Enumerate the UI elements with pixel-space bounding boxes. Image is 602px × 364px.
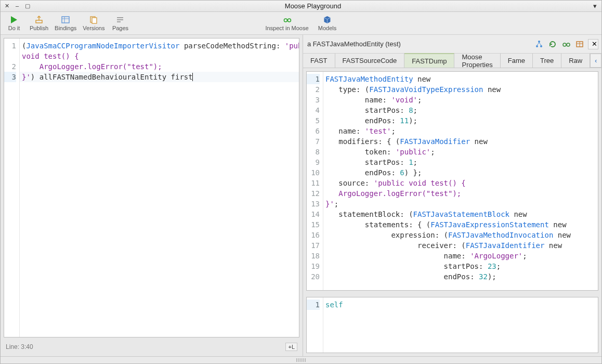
- doit-label: Do it: [8, 25, 20, 31]
- tab-fast[interactable]: FAST: [303, 54, 335, 68]
- glasses-icon: [282, 15, 292, 24]
- close-inspector-button[interactable]: ✕: [588, 39, 598, 49]
- toolbar: Do it Publish Bindings Versions Pages: [1, 12, 601, 35]
- line-gutter: 1: [307, 297, 323, 353]
- pages-label: Pages: [112, 25, 128, 31]
- svg-point-13: [536, 45, 538, 47]
- code-area[interactable]: (JavaSmaCCProgramNodeImporterVisitor par…: [20, 38, 299, 337]
- evaluator-editor[interactable]: 1 self: [306, 297, 598, 353]
- bindings-label: Bindings: [55, 25, 76, 31]
- svg-line-16: [539, 43, 541, 45]
- line-gutter: 123: [4, 38, 20, 337]
- inspect-button[interactable]: Inspect in Moose: [265, 15, 308, 31]
- playground-editor[interactable]: 123 (JavaSmaCCProgramNodeImporterVisitor…: [4, 38, 299, 337]
- fastdump-editor[interactable]: 1234567891011121314151617181920 FASTJava…: [306, 71, 598, 291]
- tab-tree[interactable]: Tree: [533, 54, 561, 68]
- pages-button[interactable]: Pages: [111, 15, 129, 31]
- svg-point-10: [287, 19, 291, 22]
- bindings-button[interactable]: Bindings: [55, 15, 76, 31]
- versions-label: Versions: [83, 25, 104, 31]
- play-icon: [9, 15, 19, 24]
- inspector-pane: a FASTJavaMethodEntity (test) ✕: [303, 35, 601, 356]
- maximize-icon[interactable]: ▢: [24, 3, 31, 9]
- svg-rect-1: [62, 17, 69, 23]
- tab-fastdump[interactable]: FASTDump: [404, 53, 454, 68]
- models-button[interactable]: Models: [318, 15, 337, 31]
- playground-pane: 123 (JavaSmaCCProgramNodeImporterVisitor…: [1, 35, 303, 356]
- versions-button[interactable]: Versions: [83, 15, 104, 31]
- tab-fame[interactable]: Fame: [501, 54, 533, 68]
- inspector-tabs: FASTFASTSourceCodeFASTDumpMoose Properti…: [303, 54, 601, 68]
- svg-point-9: [284, 19, 287, 22]
- table-icon[interactable]: [574, 39, 585, 49]
- inspector-header: a FASTJavaMethodEntity (test) ✕: [303, 35, 601, 54]
- tab-moose-properties[interactable]: Moose Properties: [454, 54, 500, 68]
- minimize-icon[interactable]: –: [14, 3, 20, 9]
- models-label: Models: [318, 25, 336, 31]
- svg-point-17: [563, 43, 566, 46]
- cube-icon: [323, 15, 332, 24]
- svg-rect-0: [36, 20, 42, 23]
- svg-point-18: [567, 43, 570, 46]
- glasses2-icon[interactable]: [561, 39, 571, 49]
- svg-line-15: [537, 43, 539, 45]
- titlebar: ✕ – ▢ Moose Playground ▾: [1, 1, 601, 12]
- publish-label: Publish: [30, 25, 48, 31]
- upload-icon: [34, 15, 44, 24]
- close-icon[interactable]: ✕: [4, 3, 10, 9]
- versions-icon: [89, 15, 98, 24]
- code-area[interactable]: FASTJavaMethodEntity new type: (FASTJava…: [323, 72, 598, 290]
- svg-point-14: [540, 45, 542, 47]
- window-menu-icon[interactable]: ▾: [591, 2, 598, 10]
- window-frame: ✕ – ▢ Moose Playground ▾ Do it Publish B…: [0, 0, 602, 364]
- cursor-position: Line: 3:40: [6, 343, 33, 350]
- tree-icon[interactable]: [534, 39, 544, 49]
- resize-strip[interactable]: [1, 356, 601, 363]
- svg-point-12: [538, 41, 540, 43]
- tab-fastsourcecode[interactable]: FASTSourceCode: [335, 54, 405, 68]
- refresh-icon[interactable]: [547, 39, 558, 49]
- bindings-icon: [61, 15, 70, 24]
- status-bar: Line: 3:40 +L: [4, 341, 299, 353]
- publish-button[interactable]: Publish: [30, 15, 48, 31]
- inspector-title: a FASTJavaMethodEntity (test): [306, 40, 531, 48]
- tab-raw[interactable]: Raw: [561, 54, 590, 68]
- code-area[interactable]: self: [323, 297, 598, 353]
- line-gutter: 1234567891011121314151617181920: [307, 72, 323, 290]
- window-title: Moose Playground: [35, 2, 591, 10]
- add-line-button[interactable]: +L: [285, 343, 297, 351]
- inspect-label: Inspect in Moose: [265, 25, 308, 31]
- doit-button[interactable]: Do it: [5, 15, 23, 31]
- content-split: 123 (JavaSmaCCProgramNodeImporterVisitor…: [1, 35, 601, 356]
- svg-rect-5: [92, 18, 97, 23]
- pages-icon: [115, 15, 125, 24]
- tabs-prev-button[interactable]: ‹: [590, 54, 601, 68]
